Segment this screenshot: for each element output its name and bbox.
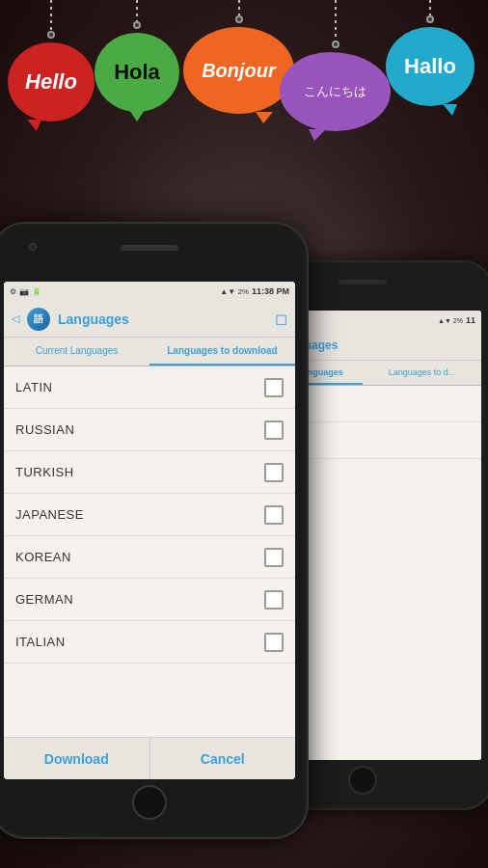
main-nav-bar[interactable]: ◁ 語 Languages ◻ bbox=[4, 301, 295, 338]
main-status-icons-right: ▲▼ 2% 11:38 PM bbox=[220, 286, 289, 296]
tag-hallo: Hallo bbox=[386, 0, 474, 106]
lang-german-checkbox[interactable] bbox=[264, 590, 284, 610]
main-tab-current-label: Current Languages bbox=[36, 345, 119, 356]
phone-home-secondary bbox=[348, 766, 377, 795]
main-bottom-buttons: Download Cancel bbox=[4, 737, 295, 779]
secondary-tab-download[interactable]: Languages to d... bbox=[363, 361, 481, 385]
bubble-hola-text: Hola bbox=[114, 60, 160, 85]
tag-hole-hallo bbox=[426, 15, 434, 23]
secondary-time: 11 bbox=[466, 315, 475, 325]
lang-item-latin[interactable]: LATIN bbox=[4, 366, 295, 409]
tag-hole-hola bbox=[133, 21, 141, 29]
bubble-hello-text: Hello bbox=[25, 69, 77, 95]
lang-latin-label: LATIN bbox=[15, 380, 52, 394]
lang-italian-checkbox[interactable] bbox=[264, 633, 284, 652]
lang-turkish-label: TURKISH bbox=[15, 465, 74, 479]
lang-korean-label: KOREAN bbox=[15, 550, 71, 564]
lang-latin-checkbox[interactable] bbox=[264, 378, 284, 397]
main-usb-icon: ⚙ bbox=[10, 287, 16, 296]
lang-item-japanese[interactable]: JAPANESE bbox=[4, 494, 295, 536]
phone-camera-main bbox=[29, 243, 37, 251]
lang-turkish-checkbox[interactable] bbox=[264, 463, 284, 482]
phone-main-screen: ⚙ 📷 🔋 ▲▼ 2% 11:38 PM ◁ 語 Languages bbox=[4, 282, 295, 779]
main-battery-icon: 🔋 bbox=[32, 287, 41, 296]
bubble-bonjour: Bonjour bbox=[183, 27, 294, 114]
main-tabs-bar: Current Languages Languages to download bbox=[4, 338, 295, 366]
tag-bonjour: Bonjour bbox=[183, 0, 294, 114]
main-time: 11:38 PM bbox=[252, 286, 289, 296]
phone-speaker-secondary bbox=[339, 280, 387, 285]
lang-item-russian[interactable]: RUSSIAN bbox=[4, 409, 295, 451]
lang-item-korean[interactable]: KOREAN bbox=[4, 536, 295, 579]
main-tab-download-label: Languages to download bbox=[167, 345, 277, 356]
bubble-konnichiwa: こんにちは bbox=[280, 52, 391, 131]
lang-item-german[interactable]: GERMAN bbox=[4, 579, 295, 621]
download-button[interactable]: Download bbox=[4, 738, 150, 779]
bubble-hola: Hola bbox=[95, 33, 179, 112]
lang-korean-checkbox[interactable] bbox=[264, 548, 284, 567]
lang-item-turkish[interactable]: TURKISH bbox=[4, 451, 295, 494]
tags-section: Hello Hola Bonjour こんにちは Hal bbox=[0, 0, 488, 222]
bubble-hello: Hello bbox=[8, 42, 95, 122]
tag-hole-bonjour bbox=[235, 15, 243, 23]
bubble-bonjour-text: Bonjour bbox=[202, 60, 276, 82]
tag-konnichiwa: こんにちは bbox=[280, 0, 391, 131]
main-camera-icon: 📷 bbox=[19, 287, 29, 296]
main-nav-right-icon[interactable]: ◻ bbox=[275, 310, 287, 328]
phone-speaker-main bbox=[121, 245, 178, 251]
main-status-icons-left: ⚙ 📷 🔋 bbox=[10, 287, 41, 296]
main-tab-current[interactable]: Current Languages bbox=[4, 338, 149, 366]
lang-japanese-checkbox[interactable] bbox=[264, 505, 284, 525]
bubble-hallo: Hallo bbox=[386, 27, 474, 106]
main-nav-title: Languages bbox=[58, 312, 267, 327]
lang-russian-label: RUSSIAN bbox=[15, 422, 74, 437]
main-tab-download[interactable]: Languages to download bbox=[149, 338, 295, 366]
main-app-logo: 語 bbox=[27, 308, 50, 331]
tag-hole-konnichiwa bbox=[332, 41, 339, 48]
bubble-hallo-text: Hallo bbox=[404, 54, 456, 79]
lang-japanese-label: JAPANESE bbox=[15, 507, 84, 522]
main-nav-back-btn[interactable]: ◁ bbox=[12, 312, 19, 325]
lang-russian-checkbox[interactable] bbox=[264, 420, 284, 440]
secondary-signal-icon: ▲▼ 2% bbox=[438, 317, 463, 324]
main-status-bar: ⚙ 📷 🔋 ▲▼ 2% 11:38 PM bbox=[4, 282, 295, 301]
tag-hole-hello bbox=[47, 31, 55, 39]
back-arrow-icon: ◁ bbox=[12, 312, 19, 325]
phone-main: ⚙ 📷 🔋 ▲▼ 2% 11:38 PM ◁ 語 Languages bbox=[0, 222, 309, 839]
lang-item-italian[interactable]: ITALIAN bbox=[4, 621, 295, 664]
lang-german-label: GERMAN bbox=[15, 592, 73, 607]
tag-hello: Hello bbox=[8, 0, 95, 122]
lang-italian-label: ITALIAN bbox=[15, 635, 66, 649]
tag-string-konnichiwa bbox=[335, 0, 337, 46]
phones-container: ⚙ 📷 🔋 ▲▼ 2% 11 語 Languages bbox=[0, 203, 488, 868]
secondary-tab-download-label: Languages to d... bbox=[389, 367, 456, 377]
cancel-button[interactable]: Cancel bbox=[150, 738, 296, 779]
secondary-status-right: ▲▼ 2% 11 bbox=[438, 315, 475, 325]
bubble-konnichiwa-text: こんにちは bbox=[304, 83, 366, 100]
main-lang-list: LATIN RUSSIAN TURKISH JAPANESE bbox=[4, 366, 295, 737]
phone-home-main bbox=[132, 785, 167, 820]
tag-hola: Hola bbox=[95, 0, 179, 112]
main-wifi-icon: ▲▼ 2% bbox=[220, 287, 249, 296]
